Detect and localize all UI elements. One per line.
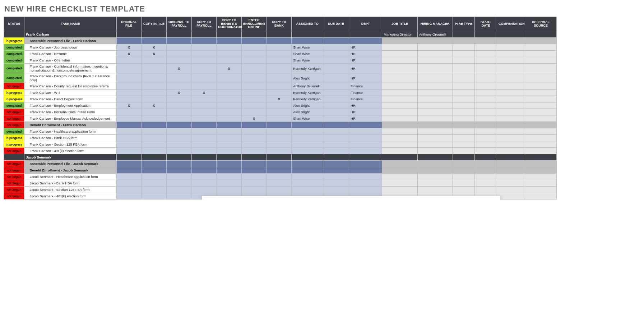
check-cell[interactable]: [116, 174, 142, 180]
check-cell[interactable]: [241, 141, 267, 148]
column-header[interactable]: START DATE: [475, 17, 497, 31]
check-cell[interactable]: [241, 51, 267, 57]
check-cell[interactable]: [241, 44, 267, 51]
check-cell[interactable]: [166, 115, 191, 122]
check-cell[interactable]: [241, 128, 267, 135]
check-cell[interactable]: X: [142, 102, 167, 109]
check-cell[interactable]: X: [191, 90, 217, 96]
table-row[interactable]: not begunJacob Senmark - Healthcare appl…: [4, 174, 557, 180]
check-cell[interactable]: [267, 109, 292, 115]
check-cell[interactable]: [142, 128, 167, 135]
check-cell[interactable]: [116, 73, 142, 83]
column-header[interactable]: ORIGINAL TO PAYROLL: [166, 17, 191, 31]
check-cell[interactable]: [267, 73, 292, 83]
column-header[interactable]: COPY TO BENEFITS COORDINATOR: [217, 17, 242, 31]
check-cell[interactable]: [217, 180, 242, 187]
column-header[interactable]: REFERRAL SOURCE: [525, 17, 556, 31]
check-cell[interactable]: [241, 109, 267, 115]
check-cell[interactable]: [191, 180, 217, 187]
check-cell[interactable]: [166, 135, 191, 141]
check-cell[interactable]: [191, 73, 217, 83]
check-cell[interactable]: [142, 180, 167, 187]
check-cell[interactable]: X: [116, 44, 142, 51]
table-row[interactable]: not begunBenefit Enrollment - Jacob Senm…: [4, 167, 557, 174]
check-cell[interactable]: [166, 128, 191, 135]
check-cell[interactable]: [116, 141, 142, 148]
check-cell[interactable]: [191, 83, 217, 90]
table-row[interactable]: completedFrank Carlson - Background chec…: [4, 73, 557, 83]
check-cell[interactable]: X: [267, 96, 292, 102]
column-header[interactable]: COPY TO BANK: [267, 17, 292, 31]
check-cell[interactable]: [217, 96, 242, 102]
check-cell[interactable]: [166, 102, 191, 109]
check-cell[interactable]: [267, 115, 292, 122]
check-cell[interactable]: [267, 44, 292, 51]
table-row[interactable]: completedFrank Carlson - Employment Appl…: [4, 102, 557, 109]
check-cell[interactable]: [241, 135, 267, 141]
check-cell[interactable]: [217, 135, 242, 141]
check-cell[interactable]: [241, 187, 267, 193]
table-row[interactable]: not begunFrank Carlson - Employee Manual…: [4, 115, 557, 122]
check-cell[interactable]: [191, 115, 217, 122]
check-cell[interactable]: [267, 180, 292, 187]
check-cell[interactable]: [217, 148, 242, 154]
check-cell[interactable]: [217, 141, 242, 148]
table-row[interactable]: not begunFrank Carlson - 401(k) election…: [4, 148, 557, 154]
check-cell[interactable]: [166, 44, 191, 51]
check-cell[interactable]: [166, 193, 191, 199]
check-cell[interactable]: X: [142, 44, 167, 51]
column-header[interactable]: COPY TO PAYROLL: [191, 17, 217, 31]
check-cell[interactable]: [142, 193, 167, 199]
check-cell[interactable]: [166, 51, 191, 57]
table-row[interactable]: not begunBenefit Enrollment - Frank Carl…: [4, 122, 557, 128]
column-header[interactable]: STATUS: [4, 17, 24, 31]
check-cell[interactable]: [142, 96, 167, 102]
check-cell[interactable]: [191, 141, 217, 148]
check-cell[interactable]: [267, 135, 292, 141]
check-cell[interactable]: [142, 73, 167, 83]
check-cell[interactable]: [116, 148, 142, 154]
table-row[interactable]: completedFrank Carlson - Healthcare appl…: [4, 128, 557, 135]
check-cell[interactable]: [241, 90, 267, 96]
check-cell[interactable]: [267, 83, 292, 90]
check-cell[interactable]: [241, 57, 267, 64]
column-header[interactable]: ENTER ENROLLMENT ONLINE: [241, 17, 267, 31]
check-cell[interactable]: [142, 141, 167, 148]
check-cell[interactable]: [217, 109, 242, 115]
table-row[interactable]: not begunAssemble Personnel File - Jacob…: [4, 161, 557, 167]
check-cell[interactable]: [116, 135, 142, 141]
check-cell[interactable]: [166, 141, 191, 148]
check-cell[interactable]: [191, 187, 217, 193]
check-cell[interactable]: [116, 193, 142, 199]
check-cell[interactable]: [142, 187, 167, 193]
check-cell[interactable]: [142, 64, 167, 73]
check-cell[interactable]: [217, 90, 242, 96]
check-cell[interactable]: [267, 102, 292, 109]
check-cell[interactable]: [142, 83, 167, 90]
check-cell[interactable]: X: [166, 90, 191, 96]
check-cell[interactable]: [241, 148, 267, 154]
check-cell[interactable]: X: [241, 115, 267, 122]
check-cell[interactable]: [217, 174, 242, 180]
check-cell[interactable]: [267, 141, 292, 148]
check-cell[interactable]: [191, 64, 217, 73]
check-cell[interactable]: [116, 109, 142, 115]
check-cell[interactable]: [191, 148, 217, 154]
check-cell[interactable]: X: [217, 64, 242, 73]
check-cell[interactable]: [267, 187, 292, 193]
column-header[interactable]: DUE DATE: [323, 17, 349, 31]
table-row[interactable]: completedFrank Carlson - Job description…: [4, 44, 557, 51]
check-cell[interactable]: [116, 187, 142, 193]
check-cell[interactable]: [267, 148, 292, 154]
check-cell[interactable]: [142, 57, 167, 64]
check-cell[interactable]: [116, 83, 142, 90]
check-cell[interactable]: [217, 73, 242, 83]
table-row[interactable]: completedFrank Carlson - Confidential in…: [4, 64, 557, 73]
check-cell[interactable]: [241, 174, 267, 180]
check-cell[interactable]: [241, 83, 267, 90]
table-row[interactable]: not begunJacob Senmark - Bank HSA form: [4, 180, 557, 187]
check-cell[interactable]: [267, 90, 292, 96]
column-header[interactable]: HIRING MANAGER: [417, 17, 453, 31]
table-row[interactable]: in progressFrank Carlson - W-4XXKennedy …: [4, 90, 557, 96]
check-cell[interactable]: [191, 51, 217, 57]
